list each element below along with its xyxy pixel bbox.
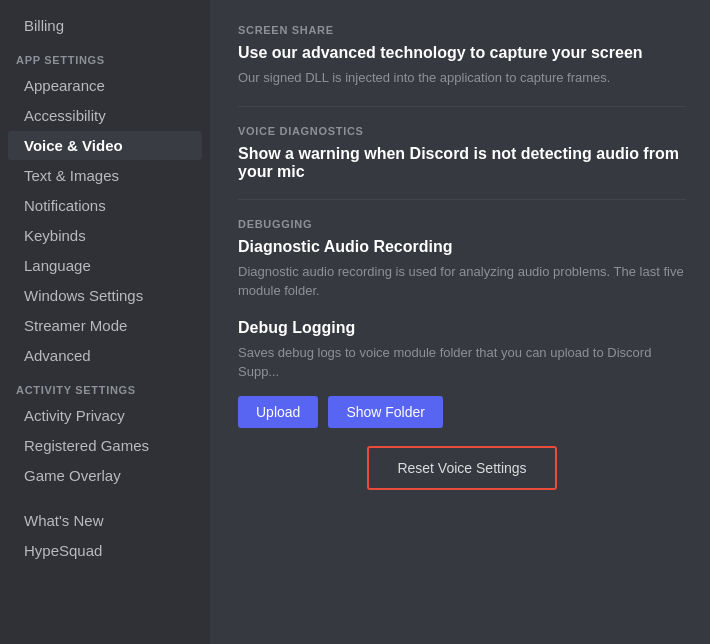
activity-settings-section-label: ACTIVITY SETTINGS [0,376,210,400]
sidebar-item-hypesquad[interactable]: HypeSquad [8,536,202,565]
sidebar-item-voice-video[interactable]: Voice & Video [8,131,202,160]
screen-share-desc: Our signed DLL is injected into the appl… [238,68,686,88]
sidebar-item-billing[interactable]: Billing [8,11,202,40]
show-folder-button[interactable]: Show Folder [328,396,443,428]
sidebar-item-registered-games[interactable]: Registered Games [8,431,202,460]
diagnostic-audio-title: Diagnostic Audio Recording [238,238,686,256]
sidebar-item-text-images[interactable]: Text & Images [8,161,202,190]
debug-logging-desc: Saves debug logs to voice module folder … [238,343,686,382]
sidebar-item-language[interactable]: Language [8,251,202,280]
debugging-label: DEBUGGING [238,218,686,230]
debug-logging-block: Debug Logging Saves debug logs to voice … [238,319,686,382]
sidebar: Billing APP SETTINGS Appearance Accessib… [0,0,210,644]
sidebar-item-notifications[interactable]: Notifications [8,191,202,220]
sidebar-item-whats-new[interactable]: What's New [8,506,202,535]
reset-container: Reset Voice Settings [238,446,686,490]
voice-diagnostics-title: Show a warning when Discord is not detec… [238,145,686,181]
sidebar-item-accessibility[interactable]: Accessibility [8,101,202,130]
app-settings-section-label: APP SETTINGS [0,46,210,70]
debug-logging-title: Debug Logging [238,319,686,337]
sidebar-item-advanced[interactable]: Advanced [8,341,202,370]
reset-voice-settings-button[interactable]: Reset Voice Settings [367,446,556,490]
sidebar-item-activity-privacy[interactable]: Activity Privacy [8,401,202,430]
main-content: SCREEN SHARE Use our advanced technology… [210,0,710,644]
action-buttons: Upload Show Folder [238,396,686,428]
divider-1 [238,106,686,107]
sidebar-item-streamer-mode[interactable]: Streamer Mode [8,311,202,340]
sidebar-item-windows-settings[interactable]: Windows Settings [8,281,202,310]
screen-share-title: Use our advanced technology to capture y… [238,44,686,62]
sidebar-item-game-overlay[interactable]: Game Overlay [8,461,202,490]
sidebar-item-appearance[interactable]: Appearance [8,71,202,100]
upload-button[interactable]: Upload [238,396,318,428]
voice-diagnostics-label: VOICE DIAGNOSTICS [238,125,686,137]
diagnostic-audio-desc: Diagnostic audio recording is used for a… [238,262,686,301]
screen-share-label: SCREEN SHARE [238,24,686,36]
debugging-section: DEBUGGING Diagnostic Audio Recording Dia… [238,218,686,490]
divider-2 [238,199,686,200]
voice-diagnostics-section: VOICE DIAGNOSTICS Show a warning when Di… [238,125,686,181]
sidebar-item-keybinds[interactable]: Keybinds [8,221,202,250]
screen-share-section: SCREEN SHARE Use our advanced technology… [238,24,686,88]
